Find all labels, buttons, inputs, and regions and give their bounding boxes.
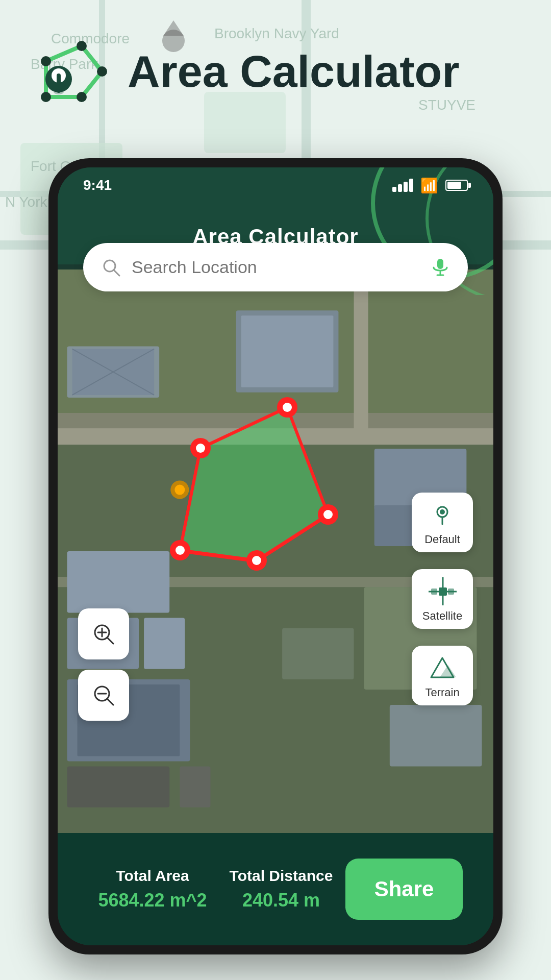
phone-screen: Area Calculator 9:41 📶 bbox=[58, 167, 493, 945]
svg-point-14 bbox=[77, 92, 87, 102]
svg-point-55 bbox=[196, 444, 205, 453]
total-distance-stat: Total Distance 240.54 m bbox=[217, 867, 345, 911]
status-time: 9:41 bbox=[83, 177, 112, 193]
svg-marker-79 bbox=[440, 665, 456, 677]
svg-line-65 bbox=[107, 638, 113, 644]
phone-mockup: Area Calculator 9:41 📶 bbox=[48, 158, 503, 954]
map-satellite-label: Satellite bbox=[422, 609, 462, 623]
total-distance-value: 240.54 m bbox=[242, 890, 320, 911]
zoom-out-button[interactable] bbox=[78, 670, 129, 721]
svg-point-59 bbox=[252, 556, 261, 565]
battery-icon bbox=[445, 180, 468, 191]
svg-rect-71 bbox=[439, 587, 447, 596]
svg-point-61 bbox=[176, 546, 185, 555]
status-right-icons: 📶 bbox=[392, 177, 468, 194]
map-type-default-button[interactable]: Default bbox=[412, 493, 473, 552]
search-input[interactable] bbox=[132, 257, 420, 277]
share-button[interactable]: Share bbox=[345, 859, 463, 920]
app-logo-icon bbox=[31, 31, 112, 112]
svg-rect-75 bbox=[448, 589, 454, 595]
svg-line-68 bbox=[107, 699, 113, 705]
phone-stats-bar: Total Area 5684.22 m^2 Total Distance 24… bbox=[58, 833, 493, 945]
svg-point-10 bbox=[41, 92, 51, 102]
map-default-label: Default bbox=[424, 533, 460, 546]
wifi-icon: 📶 bbox=[420, 177, 438, 194]
svg-point-53 bbox=[283, 403, 292, 412]
svg-marker-51 bbox=[180, 407, 328, 560]
total-area-stat: Total Area 5684.22 m^2 bbox=[88, 867, 217, 911]
zoom-in-button[interactable] bbox=[78, 608, 129, 659]
microphone-icon[interactable] bbox=[431, 258, 450, 277]
app-title: Area Calculator bbox=[128, 48, 459, 95]
svg-line-20 bbox=[114, 270, 119, 276]
svg-rect-74 bbox=[431, 589, 437, 595]
signal-icon bbox=[392, 179, 413, 192]
search-bar[interactable] bbox=[83, 243, 468, 291]
map-area[interactable]: Default Satellite bbox=[58, 270, 493, 833]
search-icon bbox=[101, 257, 121, 278]
map-type-terrain-button[interactable]: Terrain bbox=[412, 646, 473, 705]
svg-point-17 bbox=[54, 89, 64, 94]
total-area-value: 5684.22 m^2 bbox=[98, 890, 207, 911]
total-area-label: Total Area bbox=[116, 867, 189, 885]
svg-point-13 bbox=[97, 66, 107, 77]
svg-point-57 bbox=[323, 510, 333, 519]
svg-rect-21 bbox=[437, 259, 443, 269]
total-distance-label: Total Distance bbox=[230, 867, 333, 885]
map-type-satellite-button[interactable]: Satellite bbox=[412, 569, 473, 629]
map-terrain-label: Terrain bbox=[425, 686, 459, 699]
svg-point-12 bbox=[77, 41, 87, 51]
svg-point-11 bbox=[41, 56, 51, 66]
app-logo-area: Area Calculator bbox=[31, 31, 459, 112]
svg-point-70 bbox=[440, 509, 445, 514]
status-bar: 9:41 📶 bbox=[58, 167, 493, 203]
